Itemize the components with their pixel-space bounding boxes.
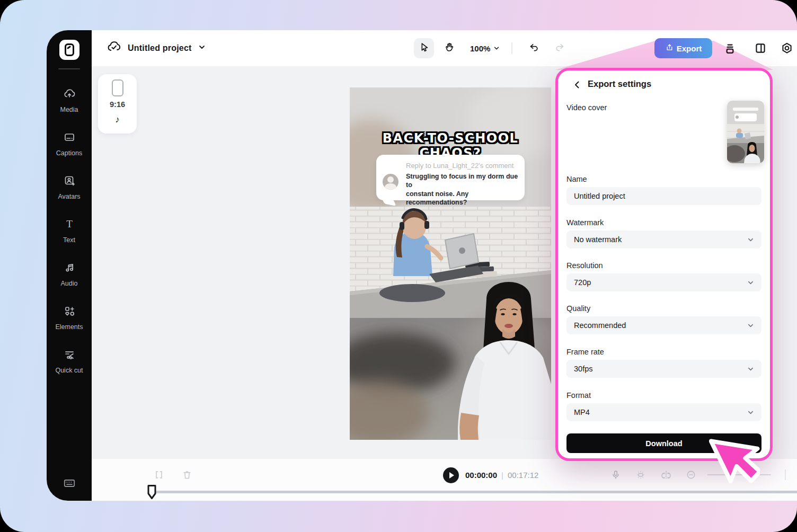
time-display: 00:00:00 | 00:17:12 xyxy=(465,471,538,480)
scissors-lines-icon xyxy=(63,348,76,363)
split-clip-icon[interactable] xyxy=(154,469,164,480)
resolution-select[interactable]: 720p xyxy=(566,273,761,291)
sidebar-item-label: Audio xyxy=(61,279,78,288)
field-format: Format MP4 xyxy=(566,391,761,421)
name-input-wrap xyxy=(566,187,761,205)
phone-portrait-icon xyxy=(112,79,123,96)
comment-reply-line: Reply to Luna_Light_22's comment xyxy=(406,162,513,170)
toolbar-divider xyxy=(511,42,512,54)
sidebar-item-label: Quick cut xyxy=(55,366,83,375)
aspect-ratio-card[interactable]: 9:16 ♪ xyxy=(98,74,137,134)
sidebar-item-elements[interactable]: Elements xyxy=(47,302,92,345)
quality-select[interactable]: Recommended xyxy=(566,316,761,334)
sidebar-item-label: Avatars xyxy=(58,192,80,201)
app-logo-icon[interactable] xyxy=(59,40,79,60)
timeline-zoom-slider[interactable] xyxy=(707,474,771,475)
cloud-saved-icon xyxy=(107,40,121,57)
delete-clip-icon[interactable] xyxy=(182,469,192,480)
commenter-avatar xyxy=(383,174,398,190)
voiceover-mic-icon[interactable] xyxy=(610,469,621,480)
playhead-marker[interactable] xyxy=(146,484,158,503)
sidebar-item-label: Media xyxy=(60,105,78,114)
magic-tools-icon[interactable] xyxy=(635,469,646,480)
field-label: Watermark xyxy=(566,218,761,227)
captions-icon xyxy=(63,131,76,146)
keyboard-shortcuts-icon[interactable] xyxy=(63,476,76,492)
back-chevron-icon[interactable] xyxy=(571,78,583,91)
sidebar-divider xyxy=(58,68,80,69)
sidebar-item-quick-cut[interactable]: Quick cut xyxy=(47,345,92,398)
zoom-out-icon[interactable] xyxy=(686,469,696,480)
watermark-select[interactable]: No watermark xyxy=(566,230,761,249)
play-icon xyxy=(449,472,454,478)
video-cover-label: Video cover xyxy=(566,103,607,112)
export-settings-panel: Export settings Video cover xyxy=(555,68,773,461)
current-time: 00:00:00 xyxy=(465,471,497,480)
export-button[interactable]: Export xyxy=(654,38,712,58)
zoom-level-control[interactable]: 100% xyxy=(470,44,500,53)
download-button[interactable]: Download xyxy=(566,433,761,453)
sidebar-item-avatars[interactable]: Avatars xyxy=(47,171,92,215)
app-window: Media Captions Avatars T Text Audio xyxy=(47,30,797,501)
sidebar: Media Captions Avatars T Text Audio xyxy=(47,30,92,501)
redo-icon xyxy=(554,41,565,55)
sidebar-item-captions[interactable]: Captions xyxy=(47,128,92,171)
hand-icon xyxy=(444,41,455,55)
settings-gear-icon[interactable] xyxy=(780,41,794,56)
panel-title: Export settings xyxy=(588,79,651,89)
page-background: Media Captions Avatars T Text Audio xyxy=(0,0,797,532)
project-title[interactable]: Untitled project xyxy=(128,43,192,53)
frame-rate-select[interactable]: 30fps xyxy=(566,360,761,378)
video-cover-thumbnail[interactable] xyxy=(727,101,764,163)
chevron-down-icon xyxy=(747,322,754,329)
field-watermark: Watermark No watermark xyxy=(566,218,761,249)
video-preview[interactable]: BACK-TO-SCHOOL CHAOS? Reply to Luna_Ligh… xyxy=(350,87,551,440)
total-duration: 00:17:12 xyxy=(508,471,538,480)
field-name: Name xyxy=(566,175,761,205)
layout-panels-icon[interactable] xyxy=(753,41,768,56)
chevron-down-icon xyxy=(493,44,500,53)
zoom-level-value: 100% xyxy=(470,44,490,53)
cloud-upload-icon xyxy=(63,87,76,102)
avatar-frame-icon xyxy=(63,174,76,189)
svg-text:T: T xyxy=(66,218,73,229)
field-label: Name xyxy=(566,175,761,183)
timeline-bar: 00:00:00 | 00:17:12 xyxy=(92,458,797,501)
field-label: Frame rate xyxy=(566,348,761,356)
field-quality: Quality Recommended xyxy=(566,304,761,334)
redo-button[interactable] xyxy=(550,38,570,58)
sidebar-item-label: Captions xyxy=(56,148,82,158)
music-notes-icon xyxy=(63,261,76,276)
format-select[interactable]: MP4 xyxy=(566,403,761,421)
sidebar-item-text[interactable]: T Text xyxy=(47,215,92,258)
timeline-divider xyxy=(785,469,786,480)
chevron-down-icon xyxy=(747,409,754,416)
sidebar-item-label: Text xyxy=(63,235,75,245)
comment-bubble: Reply to Luna_Light_22's comment Struggl… xyxy=(376,155,525,200)
sidebar-item-audio[interactable]: Audio xyxy=(47,258,92,302)
timeline-ruler[interactable] xyxy=(154,491,797,493)
chevron-down-icon xyxy=(747,236,754,243)
select-tool-button[interactable] xyxy=(414,38,434,58)
export-button-label: Export xyxy=(677,44,702,53)
text-icon: T xyxy=(63,218,76,233)
field-label: Resolution xyxy=(566,261,761,270)
comment-body: Struggling to focus in my dorm due to co… xyxy=(406,172,525,207)
upload-icon xyxy=(665,43,674,54)
split-at-playhead-icon[interactable] xyxy=(661,469,671,480)
export-queue-icon[interactable] xyxy=(722,41,737,56)
name-input[interactable] xyxy=(574,192,754,200)
field-resolution: Resolution 720p xyxy=(566,261,761,291)
field-label: Format xyxy=(566,391,761,400)
undo-button[interactable] xyxy=(524,38,544,58)
hand-tool-button[interactable] xyxy=(439,38,459,58)
sidebar-item-media[interactable]: Media xyxy=(47,84,92,128)
chevron-down-icon[interactable] xyxy=(198,43,206,53)
shapes-plus-icon xyxy=(63,305,76,320)
field-label: Quality xyxy=(566,304,761,313)
chevron-down-icon xyxy=(747,366,754,373)
sidebar-item-label: Elements xyxy=(55,322,83,332)
undo-icon xyxy=(528,41,540,55)
cursor-icon xyxy=(418,41,430,55)
play-button[interactable] xyxy=(443,467,459,483)
